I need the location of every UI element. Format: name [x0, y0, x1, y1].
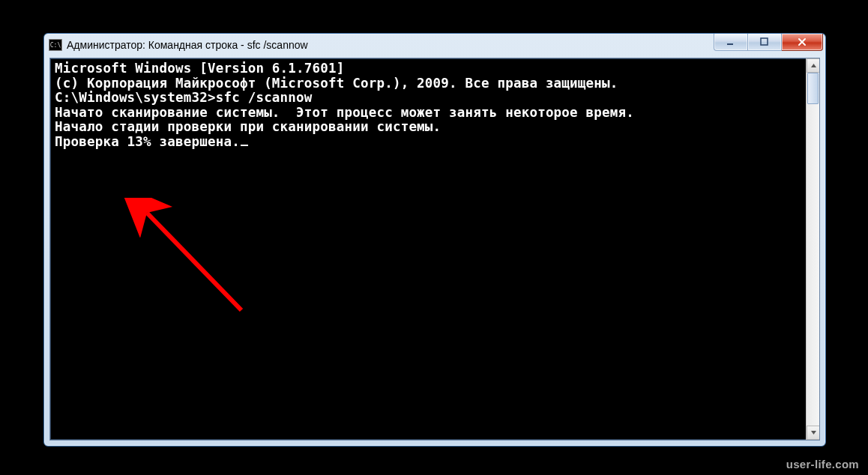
- caption-buttons: [714, 34, 823, 51]
- close-button[interactable]: [782, 34, 823, 51]
- minimize-button[interactable]: [714, 34, 748, 51]
- vertical-scrollbar[interactable]: [806, 58, 819, 440]
- console-output[interactable]: Microsoft Windows [Version 6.1.7601](c) …: [50, 58, 806, 440]
- cursor: [241, 145, 248, 146]
- maximize-button[interactable]: [748, 34, 782, 51]
- console-line: (c) Корпорация Майкрософт (Microsoft Cor…: [55, 76, 801, 91]
- svg-rect-1: [761, 38, 768, 45]
- client-area: Microsoft Windows [Version 6.1.7601](c) …: [49, 58, 820, 441]
- svg-rect-0: [727, 43, 733, 45]
- scroll-down-button[interactable]: [807, 426, 819, 440]
- window-title: Администратор: Командная строка - sfc /s…: [67, 39, 308, 51]
- scrollbar-thumb[interactable]: [807, 73, 819, 104]
- console-line: Начало стадии проверки при сканировании …: [55, 120, 801, 135]
- console-line: Microsoft Windows [Version 6.1.7601]: [55, 61, 801, 76]
- titlebar[interactable]: C:\ Администратор: Командная строка - sf…: [44, 34, 825, 56]
- watermark: user-life.com: [786, 458, 859, 471]
- console-line: Проверка 13% завершена.: [55, 135, 801, 150]
- scrollbar-track[interactable]: [807, 73, 819, 426]
- command-prompt-window: C:\ Администратор: Командная строка - sf…: [43, 33, 826, 447]
- cmd-icon: C:\: [49, 39, 62, 51]
- scroll-up-button[interactable]: [807, 58, 819, 73]
- console-line: Начато сканирование системы. Этот процес…: [55, 106, 801, 121]
- console-line: C:\Windows\system32>sfc /scannow: [55, 91, 801, 106]
